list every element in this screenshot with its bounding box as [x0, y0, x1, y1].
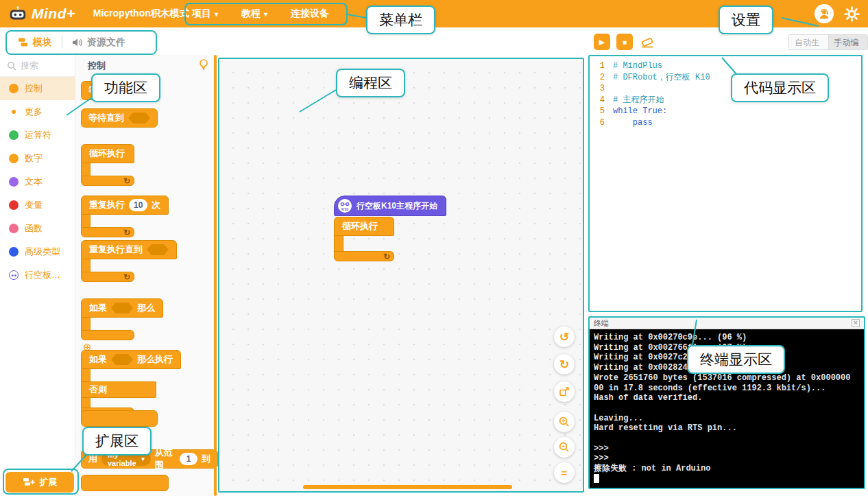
auto-generate-button[interactable]: 自动生成 — [789, 35, 828, 49]
block-repeat-until[interactable]: 重复执行直到 ↻ — [81, 240, 177, 282]
undo-button[interactable]: ↺ — [554, 327, 575, 347]
zoom-reset-icon: = — [562, 467, 568, 479]
feedback-button[interactable] — [815, 4, 834, 23]
redo-icon: ↻ — [559, 357, 569, 372]
chevron-down-icon: ▾ — [264, 10, 267, 18]
category-dot — [9, 177, 19, 187]
block-forever-loop[interactable]: 循环执行 ↻ — [81, 144, 134, 186]
robot-logo-icon — [8, 5, 27, 22]
canvas-horizontal-scrollbar[interactable] — [303, 485, 512, 489]
block-partial[interactable] — [81, 410, 158, 427]
terminal-line: Hash of data verified. — [594, 393, 860, 403]
terminal-cursor — [594, 474, 599, 483]
terminal-close-button[interactable]: × — [852, 319, 860, 327]
sidebar-item-more[interactable]: 更多 — [0, 100, 75, 123]
block-partial-bottom[interactable] — [81, 475, 169, 491]
boolean-slot[interactable] — [128, 113, 150, 123]
callout-function-area: 功能区 — [91, 73, 160, 102]
sidebar-item-operators[interactable]: 运算符 — [0, 123, 75, 147]
pin-palette-icon[interactable] — [199, 59, 208, 73]
terminal-line: Wrote 2651760 bytes (1537016 compressed)… — [594, 373, 860, 383]
callout-menu-bar: 菜单栏 — [366, 5, 435, 34]
number-slot[interactable]: 1 — [180, 453, 197, 465]
menu-project[interactable]: 项目 ▾ — [192, 8, 218, 20]
search-row — [0, 55, 75, 77]
zoom-in-button[interactable] — [554, 412, 575, 432]
callout-programming-area: 编程区 — [336, 69, 405, 97]
menu-tutorial[interactable]: 教程 ▾ — [241, 8, 267, 20]
loop-arrow-icon: ↻ — [383, 252, 390, 261]
zoom-in-icon — [559, 416, 570, 427]
block-if-then[interactable]: 如果 那么 ⊕ — [81, 298, 163, 340]
sidebar-item-advanced-types[interactable]: 高级类型 — [0, 240, 75, 263]
loop-arrow-icon: ↻ — [123, 273, 130, 281]
svg-text:K10: K10 — [341, 207, 348, 211]
boolean-slot[interactable] — [111, 303, 133, 314]
boolean-slot[interactable] — [147, 244, 169, 255]
center-blocks-icon — [559, 386, 570, 397]
extension-blocks-icon — [23, 477, 35, 487]
menu-connect-device[interactable]: 连接设备 — [291, 8, 329, 20]
terminal-line — [594, 434, 860, 444]
category-dot — [12, 110, 16, 114]
chevron-down-icon: ▾ — [215, 10, 218, 18]
stop-button[interactable]: ■ — [616, 34, 633, 50]
mode-label: Micropython积木模式 — [93, 8, 189, 20]
logo-text: Mind+ — [32, 5, 75, 22]
speaker-icon — [72, 38, 83, 47]
number-slot[interactable]: 10 — [129, 199, 147, 211]
category-dot — [9, 200, 19, 210]
terminal-line — [594, 474, 860, 484]
loop-arrow-icon: ↻ — [123, 228, 130, 237]
play-icon: ▶ — [599, 38, 605, 47]
eraser-button[interactable] — [639, 34, 655, 50]
boolean-slot[interactable] — [111, 354, 133, 365]
hat-block-k10-main[interactable]: K10 行空板K10主程序开始 — [334, 196, 446, 216]
run-button[interactable]: ▶ — [594, 34, 610, 50]
sidebar-item-unihiker-k10[interactable]: 行空板… — [0, 263, 75, 287]
sidebar-item-functions[interactable]: 函数 — [0, 217, 75, 240]
zoom-out-button[interactable] — [554, 437, 575, 458]
headset-person-icon — [818, 8, 830, 20]
k10-icon: K10 — [337, 198, 352, 213]
sidebar-item-text[interactable]: 文本 — [0, 170, 75, 193]
callout-code-area: 代码显示区 — [731, 73, 829, 102]
code-line: 1 # MindPlus — [590, 60, 861, 72]
block-repeat-times[interactable]: 重复执行 10 次 ↻ — [81, 196, 169, 237]
terminal-line: >>> — [594, 453, 860, 464]
block-wait-until[interactable]: 等待直到 — [81, 108, 158, 128]
search-input[interactable] — [21, 60, 64, 71]
sidebar-item-control[interactable]: 控制 — [0, 77, 75, 100]
canvas-loop-block[interactable]: 循环执行 ↻ — [334, 217, 394, 261]
programming-canvas[interactable]: K10 行空板K10主程序开始 循环执行 ↻ ↺ ↻ — [218, 58, 584, 493]
gear-icon — [844, 6, 860, 22]
sidebar-item-variables[interactable]: 变量 — [0, 193, 75, 217]
extension-button[interactable]: 扩展 — [5, 472, 74, 493]
code-line: 6 pass — [590, 117, 861, 129]
category-dot — [9, 247, 19, 257]
k10-board-icon — [9, 270, 19, 280]
stop-icon: ■ — [623, 38, 627, 46]
zoom-reset-button[interactable]: = — [554, 462, 575, 483]
settings-button[interactable] — [842, 4, 861, 23]
code-line: 5 while True: — [590, 106, 861, 117]
tab-modules[interactable]: 模块 — [8, 36, 62, 49]
center-blocks-button[interactable] — [554, 381, 575, 402]
callout-settings: 设置 — [719, 5, 773, 34]
category-dot — [9, 154, 19, 163]
tab-resources[interactable]: 资源文件 — [62, 36, 135, 49]
manual-edit-button[interactable]: 手动编辑 — [828, 35, 868, 49]
callout-terminal-area: 终端显示区 — [687, 345, 785, 374]
loop-arrow-icon: ↻ — [123, 177, 130, 185]
zoom-out-icon — [559, 442, 570, 453]
category-dot — [9, 130, 19, 140]
palette-scrollbar[interactable] — [214, 55, 217, 496]
redo-button[interactable]: ↻ — [554, 354, 575, 375]
sidebar-item-numbers[interactable]: 数字 — [0, 147, 75, 170]
terminal-line: 00 in 17.8 seconds (effective 1192.3 kbi… — [594, 383, 860, 394]
block-if-else[interactable]: 如果 那么执行 否则 — [81, 350, 181, 418]
menu-group: 项目 ▾ 教程 ▾ 连接设备 — [192, 0, 329, 27]
terminal-header: 终端 × — [590, 318, 864, 329]
search-icon — [7, 61, 16, 71]
terminal-line — [594, 403, 860, 414]
